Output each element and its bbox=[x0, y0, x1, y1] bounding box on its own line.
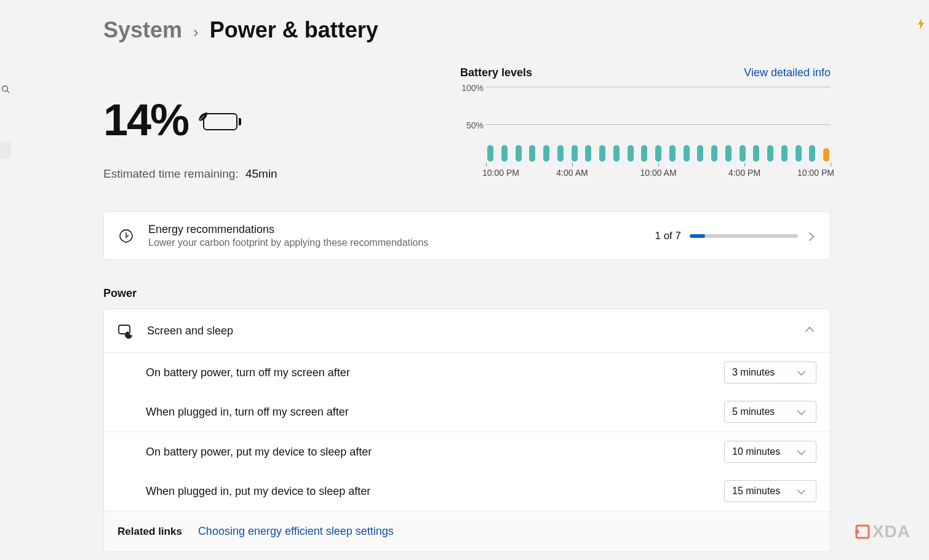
search-icon-edge bbox=[0, 80, 11, 98]
related-links-row: Related links Choosing energy efficient … bbox=[104, 511, 830, 551]
chevron-up-icon bbox=[807, 326, 816, 336]
chart-bar[interactable] bbox=[543, 145, 549, 162]
chart-bar[interactable] bbox=[529, 145, 535, 162]
energy-recommendations-card[interactable]: Energy recommendations Lower your carbon… bbox=[103, 211, 831, 260]
battery-icon bbox=[201, 113, 240, 130]
power-section-label: Power bbox=[103, 287, 831, 300]
leaf-icon bbox=[197, 111, 209, 125]
energy-title: Energy recommendations bbox=[148, 223, 655, 236]
chart-title: Battery levels bbox=[460, 66, 532, 79]
sleep-plugged-dropdown[interactable]: 15 minutes bbox=[724, 480, 816, 502]
chart-bar[interactable] bbox=[585, 145, 591, 162]
x-axis-label: 10:00 PM bbox=[482, 168, 519, 178]
chevron-down-icon bbox=[799, 486, 808, 496]
chart-bar[interactable] bbox=[753, 145, 759, 162]
x-axis-label: 10:00 PM bbox=[797, 168, 834, 178]
y-axis-label: 100% bbox=[460, 83, 484, 93]
y-axis-label: 50% bbox=[460, 120, 484, 130]
setting-row: On battery power, put my device to sleep… bbox=[104, 432, 830, 471]
energy-icon bbox=[118, 227, 135, 245]
chart-bar[interactable] bbox=[781, 145, 787, 162]
chevron-right-icon: › bbox=[193, 23, 199, 42]
svg-point-0 bbox=[2, 86, 8, 92]
chart-bar[interactable] bbox=[599, 145, 605, 162]
watermark: XDA bbox=[855, 522, 911, 542]
energy-subtitle: Lower your carbon footprint by applying … bbox=[148, 237, 655, 248]
screen-sleep-title: Screen and sleep bbox=[147, 325, 807, 337]
battery-chart[interactable]: 100% 50% 10:00 PM4:00 AM10:00 AM4:00 PM1… bbox=[460, 87, 831, 179]
setting-label: On battery power, turn off my screen aft… bbox=[146, 366, 350, 379]
chart-bar[interactable] bbox=[740, 145, 746, 162]
setting-label: When plugged in, put my device to sleep … bbox=[146, 485, 370, 498]
chart-bar[interactable] bbox=[767, 145, 773, 162]
related-link[interactable]: Choosing energy efficient sleep settings bbox=[198, 525, 394, 538]
energy-progress bbox=[690, 234, 798, 238]
setting-row: On battery power, turn off my screen aft… bbox=[104, 352, 830, 392]
chart-bar[interactable] bbox=[809, 145, 815, 162]
chevron-right-icon bbox=[807, 231, 816, 241]
chart-bar[interactable] bbox=[557, 145, 564, 162]
chart-bar[interactable] bbox=[487, 145, 493, 162]
svg-line-1 bbox=[7, 91, 10, 93]
chart-bar[interactable] bbox=[711, 145, 717, 162]
screen-off-battery-dropdown[interactable]: 3 minutes bbox=[724, 361, 816, 384]
x-axis-label: 10:00 AM bbox=[640, 168, 676, 178]
chart-bar[interactable] bbox=[516, 145, 522, 162]
chevron-down-icon bbox=[799, 407, 808, 417]
chart-bar[interactable] bbox=[501, 145, 508, 162]
chart-bar[interactable] bbox=[684, 145, 690, 162]
chart-bar[interactable] bbox=[572, 145, 578, 162]
x-axis-label: 4:00 AM bbox=[556, 168, 588, 178]
sleep-battery-dropdown[interactable]: 10 minutes bbox=[724, 441, 816, 463]
svg-rect-5 bbox=[855, 530, 859, 534]
related-links-label: Related links bbox=[118, 526, 182, 538]
setting-label: When plugged in, turn off my screen afte… bbox=[146, 406, 349, 419]
chart-bar[interactable] bbox=[641, 145, 647, 162]
setting-label: On battery power, put my device to sleep… bbox=[146, 446, 372, 459]
page-title: Power & battery bbox=[210, 17, 378, 43]
chart-bar[interactable] bbox=[725, 145, 732, 162]
chart-bar[interactable] bbox=[823, 148, 829, 162]
chevron-down-icon bbox=[799, 368, 808, 377]
battery-percent: 14% bbox=[103, 95, 188, 145]
chevron-down-icon bbox=[799, 447, 808, 457]
energy-count: 1 of 7 bbox=[655, 230, 681, 242]
chart-bar[interactable] bbox=[697, 145, 703, 162]
breadcrumb-parent[interactable]: System bbox=[103, 17, 182, 43]
screen-sleep-icon bbox=[118, 323, 134, 339]
chart-bar[interactable] bbox=[613, 145, 620, 162]
chart-bar[interactable] bbox=[795, 145, 802, 162]
setting-row: When plugged in, turn off my screen afte… bbox=[104, 392, 830, 432]
nav-selection-pill bbox=[0, 141, 11, 159]
chart-bar[interactable] bbox=[628, 145, 634, 162]
setting-row: When plugged in, put my device to sleep … bbox=[104, 471, 830, 511]
screen-sleep-card: Screen and sleep On battery power, turn … bbox=[103, 309, 831, 552]
chart-bar[interactable] bbox=[669, 145, 676, 162]
screen-off-plugged-dropdown[interactable]: 5 minutes bbox=[724, 401, 816, 423]
chart-bar[interactable] bbox=[655, 145, 661, 162]
estimated-time-remaining: Estimated time remaining: 45min bbox=[103, 167, 423, 181]
breadcrumb: System › Power & battery bbox=[103, 17, 831, 43]
screen-sleep-header[interactable]: Screen and sleep bbox=[104, 309, 830, 352]
charging-icon bbox=[917, 18, 925, 33]
view-detailed-info-link[interactable]: View detailed info bbox=[744, 66, 831, 79]
x-axis-label: 4:00 PM bbox=[728, 168, 760, 178]
